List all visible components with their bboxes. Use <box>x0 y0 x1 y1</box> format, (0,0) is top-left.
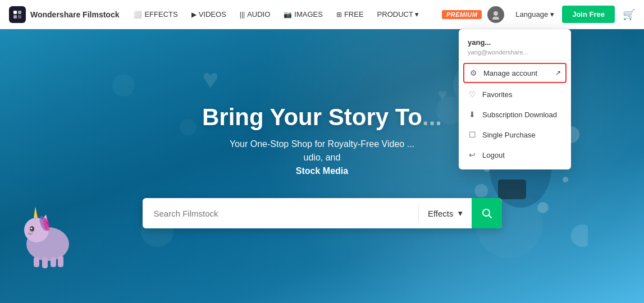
user-dropdown-menu: yang... yang@wondershare... ⚙ Manage acc… <box>459 29 571 169</box>
join-free-button[interactable]: Join Free <box>562 6 615 23</box>
dropdown-item-favorites[interactable]: ♡ Favorites <box>459 84 571 104</box>
effects-icon: ⬜ <box>134 11 142 19</box>
bubble-6 <box>180 119 197 136</box>
svg-rect-16 <box>34 257 39 267</box>
hero-subtitle: Your One-Stop Shop for Royalty-Free Vide… <box>230 137 414 178</box>
svg-point-26 <box>563 177 568 182</box>
svg-rect-1 <box>13 11 17 14</box>
purchase-icon: ☐ <box>468 130 477 139</box>
logout-icon: ↩ <box>468 150 477 159</box>
svg-rect-0 <box>12 9 23 20</box>
bubble-4 <box>112 74 135 97</box>
nav-effects[interactable]: ⬜ EFFECTS <box>128 0 183 29</box>
dropdown-chevron-icon: ▾ <box>458 208 463 218</box>
dropdown-item-manage[interactable]: ⚙ Manage account ↗ <box>463 63 567 83</box>
videos-icon: ▶ <box>191 11 197 19</box>
svg-point-27 <box>537 202 549 213</box>
audio-icon: ||| <box>240 11 245 19</box>
chevron-down-icon: ▾ <box>550 10 554 19</box>
settings-icon: ⚙ <box>469 68 478 77</box>
svg-point-11 <box>31 228 33 229</box>
dropdown-email: yang@wondershare... <box>459 48 571 61</box>
nav-images[interactable]: 📷 IMAGES <box>278 0 328 29</box>
svg-line-33 <box>488 215 491 218</box>
language-selector[interactable]: Language ▾ <box>510 10 560 19</box>
svg-rect-18 <box>51 257 56 267</box>
dropdown-item-single-purchase[interactable]: ☐ Single Purchase <box>459 125 571 145</box>
avatar[interactable] <box>487 6 504 23</box>
svg-rect-17 <box>42 257 48 268</box>
dropdown-item-subscription[interactable]: ⬇ Subscription Download <box>459 104 571 125</box>
nav-product[interactable]: PRODUCT ▾ <box>372 0 425 29</box>
heart-decoration-1: ♥ <box>202 63 219 95</box>
images-icon: 📷 <box>284 11 292 19</box>
logo-icon <box>9 6 26 23</box>
heart-icon: ♡ <box>468 90 477 99</box>
dropdown-username: yang... <box>459 34 571 48</box>
cursor-indicator: ↗ <box>555 69 561 77</box>
search-input[interactable] <box>143 209 418 218</box>
svg-marker-9 <box>34 206 38 218</box>
hero-title: Bring Your Story To... <box>202 104 442 131</box>
svg-point-5 <box>494 11 498 16</box>
svg-rect-24 <box>498 180 526 199</box>
logo-area[interactable]: Wondershare Filmstock <box>9 6 119 23</box>
svg-rect-2 <box>18 11 21 14</box>
cart-icon[interactable]: 🛒 <box>623 8 635 21</box>
svg-point-29 <box>474 184 488 198</box>
nav-videos[interactable]: ▶ VIDEOS <box>186 0 232 29</box>
free-icon: ⊞ <box>336 11 342 19</box>
search-button[interactable] <box>472 198 502 228</box>
premium-badge[interactable]: PREMIUM <box>442 10 482 19</box>
download-icon: ⬇ <box>468 110 477 119</box>
unicorn-decoration <box>17 202 79 269</box>
dropdown-item-logout[interactable]: ↩ Logout <box>459 145 571 165</box>
navbar: Wondershare Filmstock ⬜ EFFECTS ▶ VIDEOS… <box>0 0 644 29</box>
svg-rect-4 <box>18 15 21 19</box>
search-icon <box>481 208 492 219</box>
search-category-dropdown[interactable]: Effects ▾ <box>419 208 472 218</box>
svg-rect-3 <box>13 15 17 19</box>
svg-rect-19 <box>58 256 63 267</box>
nav-free[interactable]: ⊞ FREE <box>331 0 369 29</box>
svg-point-31 <box>571 224 588 247</box>
svg-point-6 <box>492 16 499 20</box>
nav-audio[interactable]: ||| AUDIO <box>234 0 276 29</box>
search-bar: Effects ▾ <box>143 198 502 228</box>
logo-text: Wondershare Filmstock <box>30 10 119 19</box>
